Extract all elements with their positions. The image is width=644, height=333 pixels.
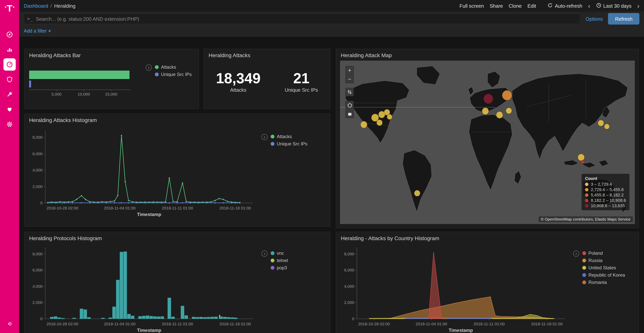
legend: › AttacksUnique Src IPs — [146, 65, 192, 97]
legend-item[interactable]: Unique Src IPs — [271, 141, 308, 147]
map-marker[interactable] — [484, 94, 493, 104]
svg-text:10,000: 10,000 — [78, 92, 90, 96]
legend-swatch — [271, 251, 274, 255]
legend-toggle-icon[interactable]: › — [146, 65, 152, 71]
sidebar-item-discover[interactable] — [4, 28, 16, 41]
map-marker[interactable] — [578, 154, 584, 161]
sidebar-item-visualize[interactable] — [4, 43, 16, 56]
add-filter-link[interactable]: Add a filter+ — [24, 28, 51, 34]
legend-item[interactable]: Attacks — [271, 134, 308, 139]
metric: 21Unique Src IPs — [285, 70, 318, 93]
search-input[interactable] — [36, 16, 577, 22]
map-marker[interactable] — [502, 90, 512, 100]
legend-swatch — [271, 135, 274, 139]
legend-label: pop3 — [277, 265, 287, 270]
shield-icon — [6, 76, 13, 83]
protocols-histogram-chart[interactable]: 02,0004,0006,0008,0002018-10-28 02:00201… — [28, 244, 258, 333]
legend-item[interactable]: Unique Src IPs — [155, 72, 192, 77]
clock-icon — [596, 3, 601, 9]
panel-protocols-histogram: Heralding Protocols Histogram 02,0004,00… — [24, 232, 330, 333]
metric-label: Unique Src IPs — [285, 87, 318, 93]
legend-item[interactable]: pop3 — [271, 265, 288, 270]
options-link[interactable]: Options — [586, 16, 603, 22]
plus-icon: + — [48, 28, 51, 34]
panel-title: Heralding Attack Map — [336, 49, 639, 59]
topnav-action-share[interactable]: Share — [490, 3, 503, 9]
kibana-dashboard-app: T Dashboard / Heralding — [0, 0, 644, 333]
polygon-select-button[interactable] — [346, 101, 354, 109]
svg-text:2018-11-18 01:00: 2018-11-18 01:00 — [531, 322, 562, 326]
breadcrumb-separator: / — [50, 3, 52, 9]
rectangle-select-button[interactable] — [346, 110, 354, 118]
panel-attack-map: Heralding Attack Map — [336, 49, 639, 228]
legend-swatch — [582, 266, 586, 270]
legend-item[interactable]: Russia — [582, 258, 625, 263]
legend-label: Republic of Korea — [588, 272, 625, 278]
map-marker[interactable] — [598, 120, 604, 126]
sidebar-item-security[interactable] — [4, 73, 16, 86]
metric: 18,349Attacks — [216, 70, 260, 93]
legend-toggle-icon[interactable]: › — [262, 134, 268, 140]
legend-item[interactable]: vnc — [271, 250, 288, 256]
map-legend-range: 10,908.6 – 13,635 — [591, 203, 625, 208]
auto-refresh-button[interactable]: Auto-refresh — [548, 3, 582, 9]
legend-label: telnet — [277, 258, 288, 263]
legend-label: Poland — [588, 250, 603, 256]
map-marker[interactable] — [482, 108, 489, 115]
zoom-out-button[interactable]: − — [346, 75, 354, 83]
map-legend-range: 5,455.8 – 8,182.2 — [591, 193, 624, 197]
legend-item[interactable]: Poland — [582, 250, 625, 256]
topnav-action-full-screen[interactable]: Full screen — [460, 3, 484, 9]
sidebar-item-dev-tools[interactable] — [4, 88, 16, 101]
legend-item[interactable]: Romania — [582, 280, 625, 285]
map-marker[interactable] — [506, 108, 512, 114]
refresh-button[interactable]: Refresh — [608, 13, 640, 25]
map-marker[interactable] — [581, 160, 584, 164]
country-histogram-chart[interactable]: 02,0004,0006,0008,0002018-10-28 02:00201… — [339, 244, 569, 333]
time-back-chevron-icon[interactable]: ‹ — [588, 3, 590, 9]
legend-item[interactable]: Attacks — [155, 65, 192, 70]
attacks-histogram-chart[interactable]: 02,0004,0006,0008,0002018-10-28 02:00201… — [28, 127, 258, 219]
legend-item[interactable]: Republic of Korea — [582, 272, 625, 278]
fit-bounds-button[interactable] — [346, 88, 354, 96]
map-legend-row: 10,908.6 – 13,635 — [585, 203, 626, 208]
map-marker[interactable] — [360, 121, 367, 128]
map-marker[interactable] — [387, 114, 392, 120]
map-legend-row: 3 – 2,729.4 — [585, 182, 626, 186]
time-forward-chevron-icon[interactable]: › — [637, 3, 640, 9]
console-prompt-icon: >_ — [27, 16, 33, 22]
topnav-action-clone[interactable]: Clone — [509, 3, 522, 9]
collapse-sidebar-icon[interactable] — [6, 321, 13, 328]
legend-toggle-icon[interactable]: › — [573, 250, 579, 257]
gauge-icon — [6, 61, 13, 68]
world-map[interactable]: + − Count 3 – 2,729.42,729.4 – — [340, 61, 635, 224]
svg-text:0: 0 — [40, 201, 42, 205]
breadcrumb-dashboard-link[interactable]: Dashboard — [24, 3, 48, 9]
map-legend-row: 5,455.8 – 8,182.2 — [585, 193, 626, 197]
svg-text:4,000: 4,000 — [32, 284, 42, 288]
sidebar-item-dashboard[interactable] — [4, 58, 16, 71]
map-legend-row: 8,182.2 – 10,908.6 — [585, 198, 626, 203]
attacks-bar-chart[interactable]: 5,00010,00015,000 — [28, 68, 142, 97]
topnav-action-edit[interactable]: Edit — [528, 3, 536, 9]
svg-text:8,000: 8,000 — [344, 252, 354, 256]
sidebar-item-management[interactable] — [4, 118, 16, 130]
legend-label: Romania — [588, 280, 607, 285]
svg-text:2018-10-28 02:00: 2018-10-28 02:00 — [46, 322, 78, 326]
map-marker[interactable] — [604, 124, 610, 129]
legend-toggle-icon[interactable]: › — [262, 250, 268, 257]
sidebar-item-monitoring[interactable] — [4, 103, 16, 116]
sidebar: T — [0, 0, 19, 333]
legend-item[interactable]: United States — [582, 265, 625, 270]
svg-text:8,000: 8,000 — [32, 135, 42, 139]
panel-title: Heralding Protocols Histogram — [24, 232, 330, 242]
zoom-in-button[interactable]: + — [346, 66, 354, 74]
map-marker[interactable] — [496, 111, 503, 118]
map-marker[interactable] — [376, 120, 382, 126]
svg-text:0: 0 — [40, 316, 42, 321]
legend-item[interactable]: telnet — [271, 258, 288, 263]
time-range-button[interactable]: Last 30 days — [596, 3, 631, 9]
telekom-logo[interactable]: T — [5, 4, 14, 13]
map-marker[interactable] — [414, 190, 420, 196]
compass-icon — [6, 31, 13, 38]
